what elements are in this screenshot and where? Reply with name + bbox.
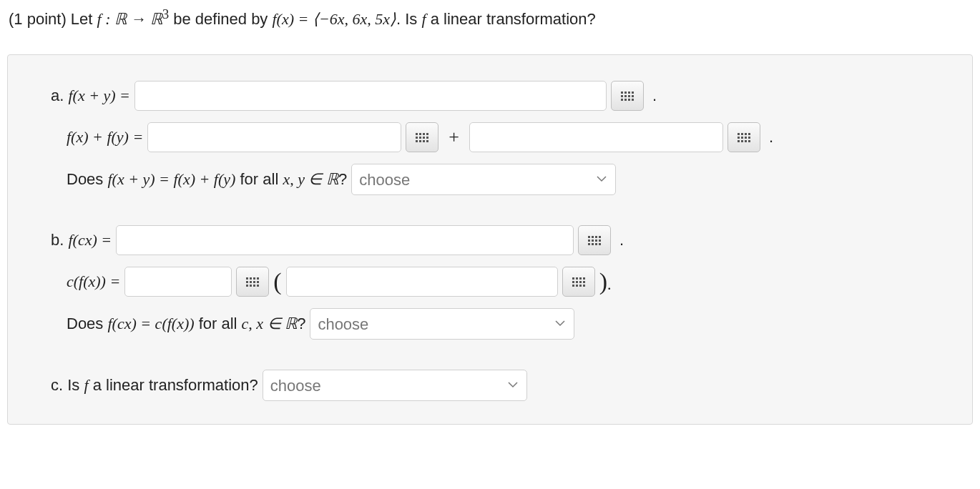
label: f(x) + f(y) = <box>67 128 143 147</box>
math: f(x) = ⟨−6x, 6x, 5x⟩ <box>272 10 396 28</box>
text: for all <box>195 315 242 332</box>
select-b[interactable]: choose <box>310 308 574 340</box>
text: Let <box>67 10 97 28</box>
keypad-button[interactable] <box>562 267 595 297</box>
text: a linear transformation? <box>426 10 596 28</box>
keypad-button[interactable] <box>578 225 611 255</box>
label: Does f(cx) = c(f(x)) for all c, x ∈ ℝ? <box>67 315 305 333</box>
label: c(f(x)) = <box>67 272 120 291</box>
label: b. f(cx) = <box>51 231 112 250</box>
text: Does <box>67 170 107 188</box>
math: c, x ∈ ℝ <box>242 315 298 332</box>
part-b-row3: Does f(cx) = c(f(x)) for all c, x ∈ ℝ? c… <box>51 308 936 340</box>
page: (1 point) Let f : ℝ → ℝ3 be defined by f… <box>0 0 980 489</box>
label: Does f(x + y) = f(x) + f(y) for all x, y… <box>67 170 347 189</box>
sup: 3 <box>162 7 169 21</box>
points-label: (1 point) <box>9 10 67 28</box>
keypad-button[interactable] <box>406 122 438 152</box>
keypad-icon <box>246 277 259 287</box>
text: Does <box>67 315 107 332</box>
math-text: f : ℝ → ℝ <box>97 10 162 28</box>
math: f(x + y) = f(x) + f(y) <box>107 170 235 188</box>
lparen: ( <box>273 270 281 294</box>
keypad-icon <box>588 236 601 245</box>
input-a-fy[interactable] <box>469 122 723 152</box>
rparen: ). <box>599 270 612 294</box>
plus-sign: + <box>449 127 459 148</box>
keypad-icon <box>738 133 750 142</box>
part-b-row2: c(f(x)) = ( ). <box>51 267 936 297</box>
part-a-row2: f(x) + f(y) = + . <box>51 122 936 152</box>
select-c[interactable]: choose <box>263 370 527 401</box>
math: f(cx) = c(f(x)) <box>107 315 194 332</box>
text: ? <box>297 315 305 332</box>
select-a[interactable]: choose <box>351 164 616 195</box>
label: a. f(x + y) = <box>51 87 130 105</box>
period: . <box>769 128 773 147</box>
period: . <box>619 231 624 250</box>
math: f(cx) = <box>68 231 112 249</box>
keypad-icon <box>621 92 634 101</box>
keypad-icon <box>572 277 585 287</box>
label: c. Is f a linear transformation? <box>51 376 258 395</box>
math: f : ℝ → ℝ3 <box>97 10 170 28</box>
keypad-icon <box>416 133 428 142</box>
math: x, y ∈ ℝ <box>283 170 338 188</box>
period: . <box>652 87 657 105</box>
text: ) <box>599 268 607 295</box>
text: a linear transformation? <box>89 376 258 394</box>
keypad-button[interactable] <box>611 81 644 111</box>
text: a. <box>51 87 68 104</box>
period: . <box>607 275 612 293</box>
math: f(x + y) = <box>68 87 130 104</box>
answer-panel: a. f(x + y) = . f(x) + f(y) = + . Does f… <box>7 54 973 425</box>
text: for all <box>235 170 283 188</box>
text: be defined by <box>169 10 272 28</box>
input-b-c[interactable] <box>124 267 232 297</box>
question-prompt: (1 point) Let f : ℝ → ℝ3 be defined by f… <box>0 0 980 33</box>
part-a-row3: Does f(x + y) = f(x) + f(y) for all x, y… <box>51 164 936 195</box>
input-a-fxy[interactable] <box>134 81 607 111</box>
text: b. <box>51 231 68 249</box>
text: ? <box>338 170 347 188</box>
part-a-row1: a. f(x + y) = . <box>51 81 936 111</box>
input-a-fx[interactable] <box>147 122 401 152</box>
keypad-button[interactable] <box>727 122 760 152</box>
input-b-fx[interactable] <box>286 267 558 297</box>
part-c-row: c. Is f a linear transformation? choose <box>51 370 936 401</box>
text: . Is <box>396 10 421 28</box>
part-b-row1: b. f(cx) = . <box>51 225 936 255</box>
keypad-button[interactable] <box>236 267 269 297</box>
input-b-fcx[interactable] <box>116 225 574 255</box>
text: c. Is <box>51 376 84 394</box>
